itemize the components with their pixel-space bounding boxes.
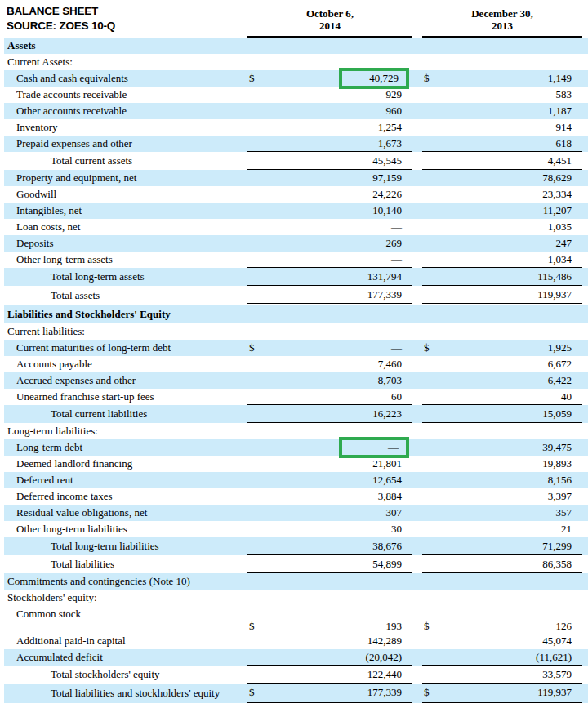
value-col2: 19,893 <box>442 457 582 470</box>
value-cell-col2: (11,621) <box>422 649 582 666</box>
column-header-oct-2014: October 6, 2014 <box>247 0 412 38</box>
table-row: Common stock$193$126 <box>4 606 588 633</box>
value-cell-col1: 60 <box>247 389 412 405</box>
row-label: Stockholders' equity: <box>4 591 247 604</box>
value-col2: 21 <box>442 523 582 536</box>
value-cell-col1: 12,654 <box>247 472 412 488</box>
row-label: Long-term liabilities: <box>4 425 247 438</box>
value-col1: 38,676 <box>267 540 412 553</box>
value-col1: 193 <box>267 620 412 633</box>
row-label: Total long-term assets <box>4 270 247 283</box>
row-label: Long-term debt <box>4 441 247 454</box>
value-cell-col1: 24,226 <box>247 186 412 203</box>
value-col2: 126 <box>442 620 582 633</box>
value-col2: 1,925 <box>442 341 582 354</box>
row-label: Deemed landlord financing <box>4 457 247 470</box>
value-cell-col1 <box>247 590 412 606</box>
value-cell-col2: 6,672 <box>422 356 582 372</box>
table-row: Deferred rent12,6548,156 <box>4 472 588 488</box>
column-header-date-line1: December 30, <box>422 7 582 20</box>
value-col1: 122,440 <box>267 668 412 681</box>
value-cell-col1: 10,140 <box>247 203 412 219</box>
row-label: Total current assets <box>4 154 247 167</box>
value-cell-col2: $1,925 <box>422 340 582 356</box>
value-cell-col2: 15,059 <box>422 405 582 423</box>
row-label: Total stockholders' equity <box>4 668 247 681</box>
column-header-date-line2: 2014 <box>247 20 412 32</box>
value-col2: 45,074 <box>442 635 582 648</box>
table-row: Loan costs, net—1,035 <box>4 219 588 235</box>
value-col2: 33,579 <box>442 668 582 681</box>
table-row: Accrued expenses and other8,7036,422 <box>4 372 588 389</box>
row-label: Deferred rent <box>4 474 247 487</box>
value-col1: 97,159 <box>267 171 412 185</box>
value-col2: 8,156 <box>442 474 582 487</box>
value-cell-col1: 269 <box>247 235 412 252</box>
value-col2: 618 <box>442 137 582 150</box>
value-cell-col2 <box>422 305 582 323</box>
value-cell-col2: 19,893 <box>422 456 582 472</box>
table-row: Total assets177,339119,937 <box>4 286 588 305</box>
row-label: Accounts payable <box>4 358 247 371</box>
value-col1: — <box>267 253 412 266</box>
value-col1: 960 <box>267 105 412 118</box>
value-cell-col1: 7,460 <box>247 356 412 372</box>
table-row: Total stockholders' equity122,44033,579 <box>4 666 588 684</box>
value-col1: — <box>267 220 412 234</box>
value-col2: 78,629 <box>442 171 582 185</box>
table-row: Unearned franchise start-up fees6040 <box>4 389 588 405</box>
table-row: Total liabilities and stockholders' equi… <box>4 684 588 703</box>
row-label: Other long-term assets <box>4 253 247 266</box>
value-col2: 15,059 <box>442 407 582 421</box>
value-col1: 60 <box>267 390 412 403</box>
value-col2: 357 <box>442 506 582 519</box>
table-row: Accounts payable7,4606,672 <box>4 356 588 372</box>
value-cell-col1: (20,042) <box>247 649 412 666</box>
value-col1: 177,339 <box>267 686 412 699</box>
table-row: Trade accounts receivable929583 <box>4 87 588 103</box>
dollar-sign: $ <box>247 686 267 699</box>
value-col2: 119,937 <box>442 288 582 301</box>
value-col1: 142,289 <box>267 635 412 648</box>
table-row: Commitments and contingencies (Note 10) <box>4 573 588 590</box>
table-row: Residual value obligations, net307357 <box>4 505 588 521</box>
value-cell-col1: — <box>247 439 412 456</box>
value-cell-col1: 122,440 <box>247 666 412 684</box>
value-col2: 1,035 <box>442 220 582 234</box>
table-row: Current maturities of long-term debt$—$1… <box>4 340 588 356</box>
dollar-sign: $ <box>422 72 442 85</box>
value-cell-col2: 23,334 <box>422 186 582 203</box>
table-row-value-line: $193$126 <box>4 620 588 633</box>
value-col2: 71,299 <box>442 540 582 553</box>
value-cell-col2: $1,149 <box>422 70 582 87</box>
row-label: Total liabilities and stockholders' equi… <box>4 687 247 700</box>
value-col2: 1,149 <box>442 72 582 85</box>
table-row: Inventory1,254914 <box>4 119 588 136</box>
row-label: Current Assets: <box>4 56 247 69</box>
value-cell-col1 <box>247 38 412 54</box>
value-cell-col1 <box>247 305 412 323</box>
value-cell-col1: 177,339 <box>247 286 412 305</box>
value-col2: 115,486 <box>442 270 582 283</box>
value-cell-col2: 39,475 <box>422 439 582 456</box>
value-cell-col2 <box>422 38 582 54</box>
value-col2: 40 <box>442 390 582 403</box>
value-cell-col1: 97,159 <box>247 170 412 186</box>
value-col1: 177,339 <box>267 288 412 301</box>
column-header-date-line1: October 6, <box>247 7 412 20</box>
value-col1: 269 <box>267 237 412 250</box>
row-label: Intangibles, net <box>4 204 247 217</box>
value-col1: 1,254 <box>267 121 412 134</box>
value-cell-col1: 142,289 <box>247 633 412 649</box>
table-row: Deferred income taxes3,8843,397 <box>4 488 588 505</box>
value-cell-col2: 3,397 <box>422 488 582 505</box>
value-cell-col1 <box>247 323 412 340</box>
value-cell-col2: 33,579 <box>422 666 582 684</box>
value-col1: 3,884 <box>267 490 412 503</box>
balance-sheet: BALANCE SHEET SOURCE: ZOES 10-Q October … <box>0 0 588 703</box>
value-col1: 10,140 <box>267 204 412 217</box>
value-cell-col2: $126 <box>422 620 582 633</box>
value-cell-col2 <box>422 590 582 606</box>
row-label: Total current liabilities <box>4 407 247 421</box>
value-col2: 39,475 <box>442 441 582 454</box>
